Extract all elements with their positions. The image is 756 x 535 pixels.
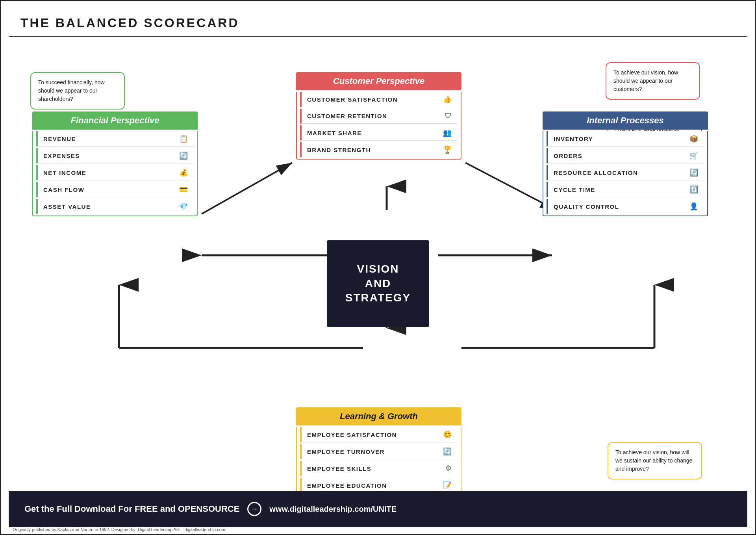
shield-icon: 🛡 (445, 112, 452, 120)
money-bag-icon: 💰 (179, 168, 189, 177)
circle-arrow-icon: → (247, 502, 261, 516)
list-item: MARKET SHARE 👥 (300, 125, 458, 141)
financial-perspective-header: Financial Perspective (32, 111, 198, 130)
svg-line-4 (202, 163, 292, 214)
thumbs-up-icon: 👍 (443, 95, 452, 104)
bubble-learning: To achieve our vision, how will we susta… (608, 442, 702, 479)
diamond-icon: 💎 (179, 202, 189, 211)
internal-items-list: INVENTORY 📦 ORDERS 🛒 RESOURCE ALLOCATION… (543, 131, 708, 216)
list-item: REVENUE 📋 (36, 131, 194, 147)
card-icon: 💳 (179, 185, 189, 194)
cart-icon: 🛒 (689, 151, 699, 160)
list-item: NET INCOME 💰 (36, 165, 194, 180)
exchange-icon: 🔄 (179, 151, 189, 160)
cycle-icon: 🔄 (689, 168, 699, 177)
bubble-financial: To succeed financially, how should we ap… (30, 72, 125, 110)
list-item: EMPLOYEE EDUCATION 📝 (300, 478, 458, 493)
list-item: EMPLOYEE TURNOVER 🔄 (300, 444, 458, 459)
refresh-icon: 🔃 (689, 185, 699, 194)
pencil-icon: 📝 (443, 481, 452, 490)
customer-perspective-header: Customer Perspective (296, 72, 461, 90)
list-item: QUALITY CONTROL 👤 (547, 199, 704, 214)
list-item: EMPLOYEE SKILLS ⚙ (300, 461, 458, 476)
page-title: THE BALANCED SCORECARD (9, 9, 747, 37)
customer-perspective-box: Customer Perspective CUSTOMER SATISFACTI… (296, 72, 461, 160)
internal-perspective-header: Internal Processes (543, 111, 708, 130)
people-icon: 👥 (443, 128, 452, 137)
vision-strategy-box: VISION AND STRATEGY (327, 240, 429, 327)
footer-published: Originally published by Kaplan and Norto… (13, 527, 226, 532)
financial-items-list: REVENUE 📋 EXPENSES 🔄 NET INCOME 💰 CASH F… (32, 131, 198, 216)
list-item: ORDERS 🛒 (547, 148, 704, 163)
banner-text: Get the Full Download For FREE and OPENS… (24, 504, 239, 514)
arrows-icon: 🔄 (443, 447, 452, 456)
smile-icon: 😊 (443, 430, 452, 439)
box-icon: 📦 (689, 134, 699, 143)
list-item: EXPENSES 🔄 (36, 148, 194, 163)
list-item: CASH FLOW 💳 (36, 182, 194, 197)
list-item: INVENTORY 📦 (547, 131, 704, 147)
list-item: CUSTOMER RETENTION 🛡 (300, 109, 458, 124)
trophy-icon: 🏆 (443, 145, 452, 154)
gear-icon: ⚙ (445, 464, 452, 473)
content-area: To succeed financially, how should we ap… (9, 41, 747, 527)
clipboard-icon: 📋 (179, 134, 189, 143)
financial-perspective-box: Financial Perspective REVENUE 📋 EXPENSES… (32, 111, 198, 216)
banner-url[interactable]: www.digitalleadership.com/UNITE (269, 505, 397, 514)
vision-line1: VISION (345, 262, 411, 276)
bubble-customer: To achieve our vision, how should we app… (606, 62, 700, 100)
list-item: CUSTOMER SATISFACTION 👍 (300, 92, 458, 107)
list-item: ASSET VALUE 💎 (36, 199, 194, 214)
vision-line2: AND (345, 277, 411, 291)
internal-perspective-box: Internal Processes INVENTORY 📦 ORDERS 🛒 … (543, 111, 708, 216)
list-item: BRAND STRENGTH 🏆 (300, 142, 458, 157)
person-check-icon: 👤 (689, 202, 699, 211)
list-item: EMPLOYEE SATISFACTION 😊 (300, 427, 458, 442)
list-item: CYCLE TIME 🔃 (547, 182, 704, 197)
main-container: THE BALANCED SCORECARD (0, 0, 756, 535)
footer-banner: Get the Full Download For FREE and OPENS… (9, 491, 747, 527)
learning-perspective-box: Learning & Growth EMPLOYEE SATISFACTION … (296, 407, 461, 495)
learning-items-list: EMPLOYEE SATISFACTION 😊 EMPLOYEE TURNOVE… (296, 427, 461, 495)
list-item: RESOURCE ALLOCATION 🔄 (547, 165, 704, 180)
customer-items-list: CUSTOMER SATISFACTION 👍 CUSTOMER RETENTI… (296, 92, 461, 160)
learning-perspective-header: Learning & Growth (296, 407, 461, 425)
vision-line3: STRATEGY (345, 291, 411, 305)
